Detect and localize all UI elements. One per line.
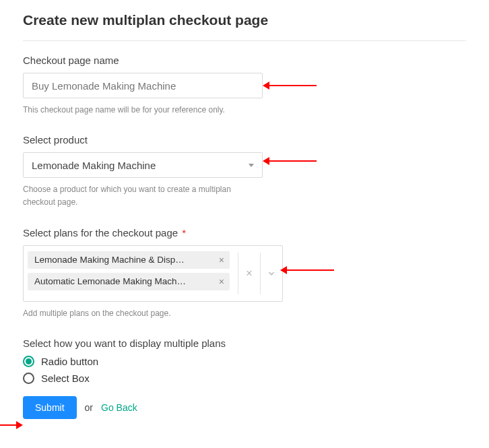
chevron-down-icon xyxy=(249,164,254,167)
plans-label-text: Select plans for the checkout page xyxy=(23,227,178,238)
product-group: Select product Lemonade Making Machine C… xyxy=(23,134,466,209)
plan-chip-label: Lemonade Making Machine & Disp… xyxy=(34,255,185,265)
radio-icon xyxy=(23,356,34,367)
radio-icon xyxy=(23,373,34,384)
remove-chip-icon[interactable]: × xyxy=(214,276,224,287)
radio-option-select-box[interactable]: Select Box xyxy=(23,373,466,384)
name-input[interactable] xyxy=(23,73,263,98)
chips-area[interactable]: Lemonade Making Machine & Disp… × Automa… xyxy=(24,246,238,301)
submit-button[interactable]: Submit xyxy=(23,396,77,419)
display-group: Select how you want to display multiple … xyxy=(23,338,466,384)
plans-group: Select plans for the checkout page * Lem… xyxy=(23,227,466,320)
plans-help: Add multiple plans on the checkout page. xyxy=(23,307,265,320)
clear-all-button[interactable]: × xyxy=(238,246,260,301)
chevron-down-icon xyxy=(267,269,276,278)
name-label: Checkout page name xyxy=(23,55,466,66)
plan-chip-label: Automatic Lemonade Making Mach… xyxy=(34,276,186,286)
name-group: Checkout page name This checkout page na… xyxy=(23,55,466,117)
product-help: Choose a product for which you want to c… xyxy=(23,183,265,209)
product-label: Select product xyxy=(23,134,466,146)
plans-label: Select plans for the checkout page * xyxy=(23,227,466,238)
radio-option-radio-button[interactable]: Radio button xyxy=(23,356,466,367)
plan-chip: Lemonade Making Machine & Disp… × xyxy=(28,251,230,269)
divider xyxy=(23,40,466,41)
radio-label: Radio button xyxy=(41,356,98,367)
remove-chip-icon[interactable]: × xyxy=(214,255,224,265)
annotation-arrow xyxy=(0,424,16,426)
name-help: This checkout page name will be for your… xyxy=(23,104,265,117)
annotation-arrow xyxy=(287,269,334,271)
annotation-arrow xyxy=(269,160,317,162)
display-label: Select how you want to display multiple … xyxy=(23,338,466,349)
page-title: Create new multiplan checkout page xyxy=(23,12,466,28)
actions-row: Submit or Go Back xyxy=(23,396,466,419)
product-select-value: Lemonade Making Machine xyxy=(32,160,156,171)
annotation-arrow xyxy=(269,85,317,86)
or-text: or xyxy=(85,402,93,413)
plans-multiselect[interactable]: Lemonade Making Machine & Disp… × Automa… xyxy=(23,245,283,302)
go-back-link[interactable]: Go Back xyxy=(101,402,137,413)
close-icon: × xyxy=(246,267,252,280)
product-select[interactable]: Lemonade Making Machine xyxy=(23,152,263,178)
open-dropdown-button[interactable] xyxy=(261,246,282,301)
radio-label: Select Box xyxy=(41,373,90,384)
plan-chip: Automatic Lemonade Making Mach… × xyxy=(28,273,230,290)
required-mark: * xyxy=(182,227,186,238)
